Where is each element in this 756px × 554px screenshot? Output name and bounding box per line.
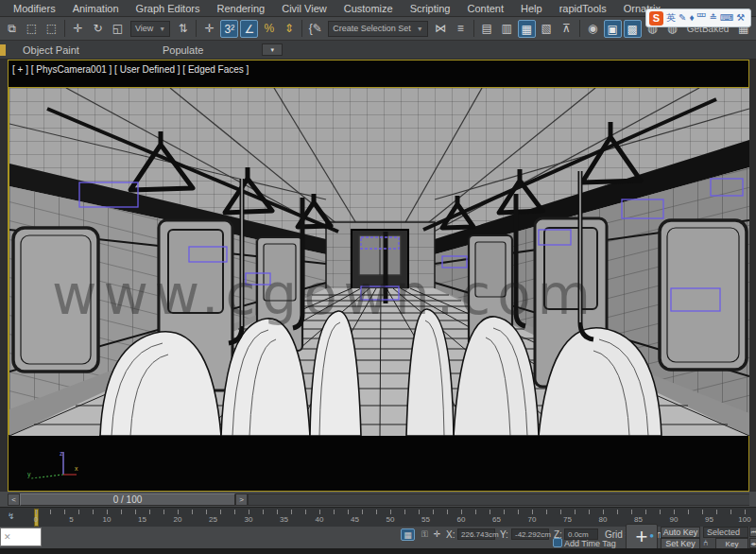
- scene-explorer-icon[interactable]: ▥: [498, 20, 516, 38]
- ruler-tick: [589, 510, 590, 514]
- ruler-tick: [461, 510, 462, 514]
- select-and-rotate-icon[interactable]: ↻: [89, 20, 107, 38]
- mini-curve-editor-icon[interactable]: ↯: [8, 511, 15, 521]
- ruler-tick: [348, 510, 349, 514]
- menu-item-modifiers[interactable]: Modifiers: [5, 3, 64, 14]
- select-and-link-icon[interactable]: ⧉: [3, 20, 21, 38]
- ruler-tick: [617, 510, 618, 514]
- menu-item-scripting[interactable]: Scripting: [402, 3, 459, 14]
- window-crossing-icon[interactable]: ⬚: [43, 20, 60, 38]
- chevron-down-icon: ▼: [159, 26, 165, 32]
- ime-keyboard-icon[interactable]: ⌨: [720, 9, 733, 26]
- view-dropdown[interactable]: View ▼: [130, 21, 170, 37]
- tab-populate[interactable]: Populate: [149, 44, 216, 56]
- auto-key-button[interactable]: Auto Key: [661, 527, 700, 538]
- menu-item-rendering[interactable]: Rendering: [208, 3, 273, 14]
- ruler-tick: [50, 510, 51, 514]
- previous-frame-button[interactable]: <: [8, 493, 20, 506]
- ime-pencil-icon[interactable]: ✎: [679, 9, 686, 26]
- ruler-tick: [36, 510, 37, 514]
- select-and-scale-icon[interactable]: ◱: [109, 20, 127, 38]
- menu-item-animation[interactable]: Animation: [64, 3, 128, 14]
- ime-lang-toggle-icon[interactable]: 英: [666, 9, 676, 26]
- percent-snap-icon[interactable]: %: [260, 20, 278, 38]
- menu-item-help[interactable]: Help: [512, 3, 551, 14]
- time-slider-track[interactable]: [248, 493, 749, 506]
- ribbon-toggle-icon[interactable]: ▦: [518, 20, 536, 38]
- menu-item-civil-view[interactable]: Civil View: [273, 3, 335, 14]
- viewport-label[interactable]: [ + ] [ PhysCamera001 ] [ User Defined ]…: [12, 64, 249, 75]
- select-and-manipulate-icon[interactable]: ⇅: [174, 20, 192, 38]
- ime-mic-icon[interactable]: ♦: [689, 9, 694, 26]
- ruler-number: 60: [457, 515, 466, 524]
- ribbon-pencil-icon: [0, 44, 6, 56]
- spinner-snap-icon[interactable]: ⇕: [280, 20, 298, 38]
- ribbon-minimize-dropdown[interactable]: ▾: [262, 43, 283, 56]
- svg-text:z: z: [60, 450, 63, 457]
- ruler-tick: [220, 510, 221, 514]
- ruler-tick: [305, 510, 306, 514]
- menu-item-content[interactable]: Content: [458, 3, 512, 14]
- svg-text:y: y: [27, 471, 31, 478]
- rectangular-selection-region-icon[interactable]: ⬚: [23, 20, 41, 38]
- transform-plus-button[interactable]: +●: [626, 524, 658, 550]
- go-to-start-button[interactable]: ⏮: [749, 527, 756, 537]
- time-tag-icon: [553, 538, 562, 547]
- edit-named-selection-icon[interactable]: {✎: [306, 20, 324, 38]
- next-frame-button[interactable]: >: [235, 493, 248, 506]
- window-bottom-strip: [0, 548, 756, 554]
- chevron-down-icon: ▼: [417, 26, 423, 32]
- selection-lock-icon[interactable]: ▦: [401, 528, 415, 541]
- absolute-mode-icon[interactable]: ✛: [430, 528, 444, 541]
- toolbar-separator: [301, 20, 302, 37]
- ruler-tick: [376, 510, 377, 514]
- ruler-number: 25: [209, 515, 217, 524]
- ruler-number: 15: [138, 515, 146, 524]
- ime-wrench-icon[interactable]: ⚒: [736, 9, 745, 26]
- select-and-move-icon[interactable]: ✛: [69, 20, 87, 38]
- toolbar-separator: [64, 20, 65, 37]
- menu-item-customize[interactable]: Customize: [335, 3, 402, 14]
- set-key-mode-icon[interactable]: ⑃: [703, 538, 708, 547]
- ruler-tick: [206, 510, 207, 514]
- schematic-view-icon[interactable]: ⊼: [558, 20, 576, 38]
- ime-toolbar[interactable]: S 英✎♦罒≛⌨⚒: [645, 9, 751, 27]
- layer-manager-icon[interactable]: ▤: [478, 20, 496, 38]
- curve-editor-icon[interactable]: ▧: [538, 20, 556, 38]
- ruler-number: 65: [492, 515, 501, 524]
- time-slider-handle[interactable]: 0 / 100: [20, 493, 235, 506]
- align-icon[interactable]: ≡: [452, 20, 470, 38]
- ime-hand-icon[interactable]: ≛: [710, 9, 717, 26]
- prev-key-button[interactable]: ◂▸: [749, 538, 756, 548]
- ruler-number: 20: [174, 515, 182, 524]
- ime-logo-icon[interactable]: S: [649, 11, 663, 26]
- 3dsmax-window: CreateModifiersAnimationGraph EditorsRen…: [0, 0, 756, 554]
- ruler-tick: [475, 510, 476, 514]
- mirror-icon[interactable]: ⋈: [432, 20, 450, 38]
- toolbar-separator: [196, 20, 197, 37]
- render-setup-icon[interactable]: ▣: [604, 20, 622, 38]
- ruler-tick: [645, 510, 646, 514]
- maxscript-mini-listener[interactable]: ✕: [0, 528, 42, 546]
- ime-emoji-icon[interactable]: 罒: [697, 9, 707, 26]
- selected-dropdown[interactable]: Selected▼: [703, 527, 748, 538]
- ruler-number: 0: [34, 515, 38, 524]
- rendered-frame-icon[interactable]: ▩: [624, 20, 642, 38]
- angle-snap-icon[interactable]: ∠: [240, 20, 258, 38]
- add-time-tag-button[interactable]: Add Time Tag: [564, 539, 616, 548]
- menu-item-rapidtools[interactable]: rapidTools: [551, 3, 615, 14]
- tab-object-paint[interactable]: Object Paint: [9, 44, 93, 56]
- camera-view[interactable]: www.cgown.com: [9, 87, 748, 435]
- ruler-number: 5: [69, 515, 73, 524]
- snap-cross-icon[interactable]: ✛: [200, 20, 218, 38]
- menu-item-graph-editors[interactable]: Graph Editors: [128, 3, 209, 14]
- snaps-toggle-icon[interactable]: 3²: [220, 20, 238, 38]
- material-editor-icon[interactable]: ◉: [584, 20, 602, 38]
- ruler-tick: [263, 510, 264, 514]
- active-viewport[interactable]: [ + ] [ PhysCamera001 ] [ User Defined ]…: [8, 60, 749, 492]
- y-coord-field[interactable]: -42.292cm: [511, 528, 549, 540]
- ruler-tick: [192, 510, 193, 514]
- x-coord-field[interactable]: 226.743cm: [457, 528, 495, 540]
- ruler-number: 75: [563, 515, 572, 524]
- create-selection-set-dropdown[interactable]: Create Selection Set ▼: [328, 21, 427, 37]
